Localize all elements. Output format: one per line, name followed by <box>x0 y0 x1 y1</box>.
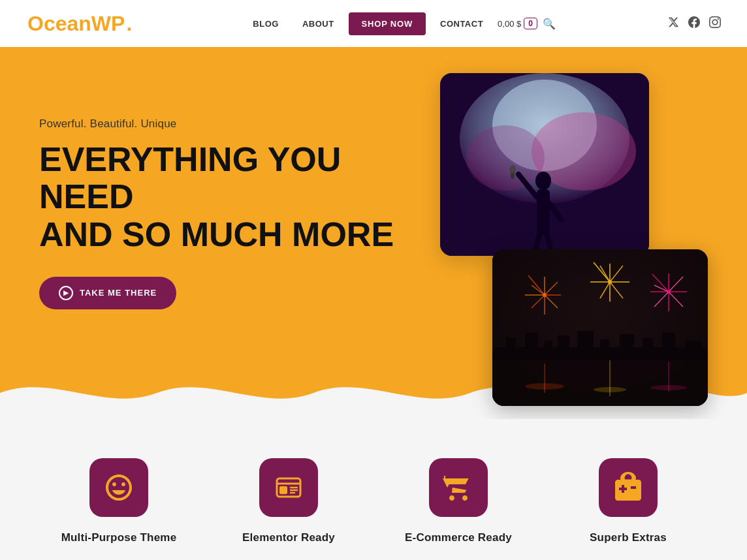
nav-contact[interactable]: CONTACT <box>431 14 492 34</box>
navbar: OceanWP. BLOG ABOUT SHOP NOW CONTACT 0,0… <box>0 0 747 47</box>
site-logo[interactable]: OceanWP. <box>26 13 132 34</box>
social-icons <box>667 16 721 31</box>
svg-rect-49 <box>558 335 569 350</box>
svg-point-60 <box>594 387 626 392</box>
ecommerce-icon-box <box>429 458 488 517</box>
svg-rect-52 <box>620 334 634 350</box>
hero-cta-button[interactable]: ▶ TAKE ME THERE <box>39 277 176 309</box>
svg-rect-55 <box>685 341 701 350</box>
nav-blog[interactable]: BLOG <box>244 14 288 34</box>
elementor-icon-box <box>259 458 318 517</box>
hero-section: Powerful. Beautiful. Unique EVERYTHING Y… <box>0 47 747 419</box>
feature-multi-purpose: Multi-Purpose Theme <box>34 458 204 544</box>
nav-cart[interactable]: 0,00 $ 0 <box>498 18 537 29</box>
svg-point-61 <box>650 385 687 390</box>
feature-extras-label: Superb Extras <box>590 531 667 544</box>
hero-cta-label: TAKE ME THERE <box>80 288 157 298</box>
cta-circle-icon: ▶ <box>59 286 73 300</box>
nav-links: BLOG ABOUT SHOP NOW CONTACT 0,00 $ 0 🔍 <box>244 12 556 35</box>
svg-rect-51 <box>600 339 609 350</box>
feature-ecommerce-label: E-Commerce Ready <box>405 531 512 544</box>
hero-title: EVERYTHING YOU NEED AND SO MUCH MORE <box>39 141 398 253</box>
svg-point-5 <box>535 172 551 190</box>
svg-rect-50 <box>577 331 594 350</box>
svg-point-4 <box>466 125 545 191</box>
hero-images <box>421 73 708 406</box>
svg-rect-48 <box>545 341 552 350</box>
logo-dot: . <box>126 13 132 34</box>
hero-title-line1: EVERYTHING YOU NEED <box>39 140 341 215</box>
features-section: Multi-Purpose Theme Elementor Ready E-Co… <box>0 419 747 560</box>
svg-rect-46 <box>505 337 515 350</box>
cart-price: 0,00 $ <box>498 19 521 29</box>
logo-text: OceanWP <box>27 13 125 34</box>
feature-multi-purpose-label: Multi-Purpose Theme <box>61 531 177 544</box>
svg-rect-44 <box>492 357 708 406</box>
extras-icon-box <box>599 458 658 517</box>
nav-about[interactable]: ABOUT <box>293 14 343 34</box>
multi-purpose-icon-box <box>89 458 148 517</box>
facebook-icon[interactable] <box>688 16 700 31</box>
svg-rect-53 <box>643 338 653 350</box>
cart-count: 0 <box>524 18 537 29</box>
instagram-icon[interactable] <box>709 16 721 31</box>
hero-title-line2: AND SO MUCH MORE <box>39 216 398 253</box>
feature-elementor: Elementor Ready <box>204 458 374 544</box>
nav-shop-now[interactable]: SHOP NOW <box>349 12 426 35</box>
hero-subtitle: Powerful. Beautiful. Unique <box>39 117 398 131</box>
feature-extras: Superb Extras <box>543 458 713 544</box>
svg-rect-65 <box>279 486 287 494</box>
svg-rect-54 <box>662 333 675 350</box>
hero-image-fireworks <box>492 249 708 406</box>
svg-point-12 <box>509 165 516 173</box>
hero-content: Powerful. Beautiful. Unique EVERYTHING Y… <box>39 117 398 309</box>
search-button[interactable]: 🔍 <box>543 18 556 30</box>
feature-ecommerce: E-Commerce Ready <box>374 458 543 544</box>
feature-elementor-label: Elementor Ready <box>242 531 335 544</box>
hero-image-concert <box>440 73 649 256</box>
twitter-icon[interactable] <box>667 16 679 31</box>
svg-point-59 <box>525 383 564 390</box>
svg-rect-47 <box>525 333 538 350</box>
